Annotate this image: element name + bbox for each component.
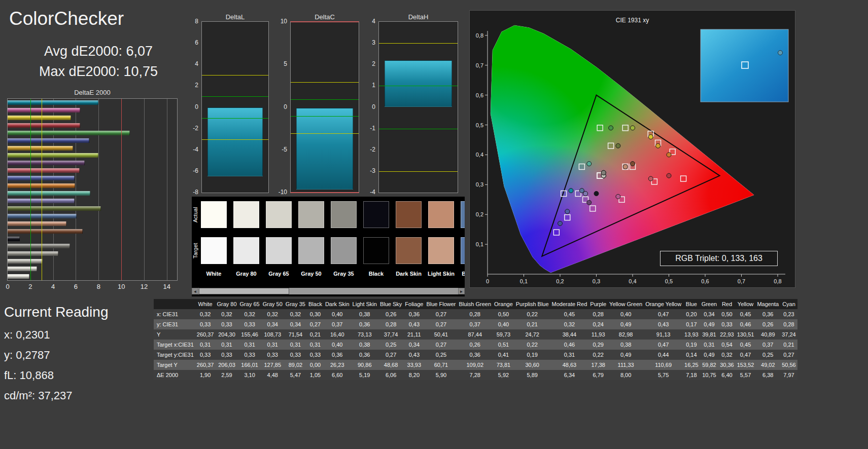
swatch-target-black[interactable] <box>363 237 389 264</box>
swatch-actual-gray-35[interactable] <box>331 201 357 228</box>
table-cell: 7,18 <box>683 370 700 380</box>
gridline <box>167 99 167 280</box>
cie-measured-cyan <box>569 189 573 193</box>
swatch-actual-gray-50[interactable] <box>298 201 324 228</box>
swatch-actual-gray-80[interactable] <box>233 201 259 228</box>
table-cell: 0,33 <box>238 319 261 329</box>
swatch-target-light-skin[interactable] <box>428 237 454 264</box>
swatch-target-gray-80[interactable] <box>233 237 259 264</box>
table-cell: 0,30 <box>307 309 324 319</box>
y-tick-label: 0,2 <box>476 211 483 217</box>
table-col-header-gray-65: Gray 65 <box>238 299 261 309</box>
deltae-bar-cyan <box>8 100 98 105</box>
max-de2000-label: Max dE2000: 10,75 <box>14 64 183 80</box>
swatch-target-dark-skin[interactable] <box>396 237 422 264</box>
table-cell: 0,37 <box>755 340 780 350</box>
table-cell: 73,81 <box>493 360 514 370</box>
table-cell: 49,02 <box>755 360 780 370</box>
page-title: ColorChecker <box>9 8 124 29</box>
swatch-target-white[interactable] <box>201 237 227 264</box>
colorchecker-window: ColorChecker Avg dE2000: 6,07 Max dE2000… <box>0 0 868 449</box>
cie-measured-moderate-red <box>648 176 653 181</box>
cie-measured-green <box>609 126 613 130</box>
deltae-bar-foliage <box>8 206 101 211</box>
table-cell: 0,19 <box>683 340 700 350</box>
table-cell: 0,24 <box>588 319 608 329</box>
deltae-bar-dark-skin <box>8 229 83 234</box>
table-cell: 39,81 <box>700 329 719 340</box>
swatch-target-gray-50[interactable] <box>298 237 324 264</box>
cie-measured-gray-35 <box>601 170 606 175</box>
swatch-actual-black[interactable] <box>363 201 389 228</box>
deltah-chart-title: DeltaH <box>378 13 458 21</box>
red-reference-line <box>121 99 122 280</box>
cie-measured-purplish-blue <box>565 209 570 214</box>
swatch-actual-gray-65[interactable] <box>266 201 292 228</box>
table-cell: 0,33 <box>238 350 261 360</box>
table-cell: 48,63 <box>550 360 589 370</box>
table-cell: 0,26 <box>755 319 780 329</box>
cie-measured-magenta <box>616 194 620 199</box>
yellow-reference-line <box>42 99 42 280</box>
table-col-header-blue-sky: Blue Sky <box>378 299 403 309</box>
threshold-line <box>291 133 359 134</box>
table-cell: 90,86 <box>351 360 378 370</box>
deltae-bar-white <box>8 274 29 279</box>
deltae-bar-magenta <box>8 108 80 113</box>
table-cell: 0,41 <box>493 350 514 360</box>
table-cell: 0,37 <box>457 319 493 329</box>
deltae-bar-purple <box>8 161 85 165</box>
table-cell: 0,20 <box>683 309 700 319</box>
chart-deltal <box>201 21 269 193</box>
scroll-right-icon[interactable]: ► <box>458 288 465 294</box>
swatch-actual-light-skin[interactable] <box>428 201 454 228</box>
y-tick-label: 2 <box>184 82 198 89</box>
swatch-scrollbar[interactable]: ◄ ► <box>192 288 465 294</box>
table-cell: 0,33 <box>261 350 284 360</box>
scroll-left-icon[interactable]: ◄ <box>192 288 198 294</box>
table-cell: 0,40 <box>324 340 351 350</box>
table-cell: 0,33 <box>307 350 324 360</box>
table-cell: 10,75 <box>700 370 719 380</box>
table-row: ΔE 20001,902,593,104,485,471,056,605,196… <box>154 370 797 380</box>
y-tick-label: 4 <box>184 60 198 67</box>
y-tick-label: -3 <box>361 167 375 174</box>
deltae-bar-orange-yellow <box>8 146 73 151</box>
x-tick-label: 0,4 <box>629 278 636 284</box>
scrollbar-thumb[interactable] <box>199 288 289 294</box>
swatch-target-gray-65[interactable] <box>266 237 292 264</box>
swatch-actual-blue-sky[interactable] <box>461 201 465 228</box>
threshold-line <box>379 43 458 44</box>
table-col-header-light-skin: Light Skin <box>351 299 378 309</box>
swatch-actual-white[interactable] <box>201 201 227 228</box>
table-cell: 108,73 <box>261 329 284 340</box>
cie-chart-title: CIE 1931 xy <box>470 17 795 24</box>
inset-measured-dot <box>778 51 783 55</box>
table-row: Target Y260,37206,03166,01127,8589,020,0… <box>154 360 797 370</box>
x-tick-label: 0,3 <box>593 278 600 284</box>
swatch-label-black: Black <box>360 271 393 277</box>
deltae-bar-red <box>8 123 80 128</box>
y-tick-label: -4 <box>361 189 375 196</box>
target-row-label: Target <box>192 237 199 264</box>
table-row-label: Target Y <box>154 360 195 370</box>
deltae-bar-moderate-red <box>8 168 80 173</box>
y-tick-label: 0,1 <box>476 241 483 247</box>
table-row: Y260,37204,30155,46108,7371,540,2116,407… <box>154 329 797 340</box>
table-cell: 0,22 <box>588 350 608 360</box>
table-cell: 6,60 <box>324 370 351 380</box>
table-cell: 0,51 <box>493 340 514 350</box>
swatch-target-gray-35[interactable] <box>331 237 357 264</box>
deltae-chart-title: DeltaE 2000 <box>7 89 178 96</box>
table-cell: 0,33 <box>215 319 238 329</box>
swatch-label-gray-80: Gray 80 <box>230 271 263 277</box>
deltae-bar-gray-80 <box>8 267 37 271</box>
table-col-header-bluish-green: Bluish Green <box>457 299 493 309</box>
table-cell: 0,36 <box>403 309 425 319</box>
table-cell: 50,56 <box>780 360 797 370</box>
cie-measured-yellow-green <box>631 126 635 130</box>
x-tick-label: 2 <box>28 283 32 290</box>
swatch-actual-dark-skin[interactable] <box>396 201 422 228</box>
swatch-target-blue-sky[interactable] <box>461 237 465 264</box>
table-cell: 22,93 <box>718 329 736 340</box>
